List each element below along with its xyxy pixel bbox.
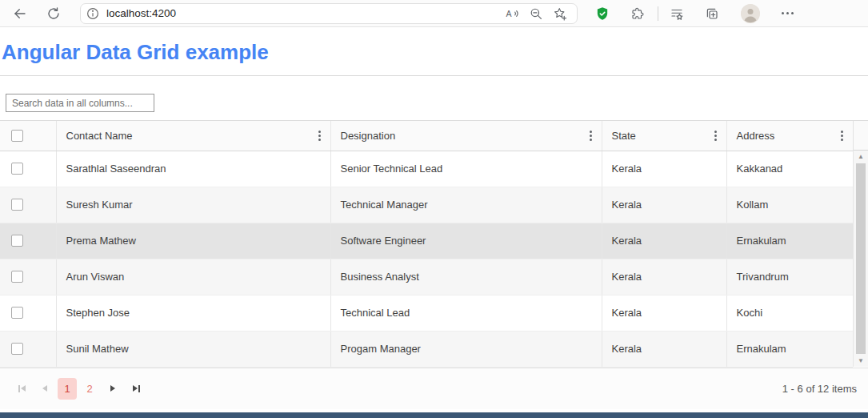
favorites-hub-button[interactable]: [665, 2, 689, 25]
select-all-checkbox[interactable]: [11, 130, 23, 142]
profile-button[interactable]: [738, 2, 762, 25]
refresh-icon: [46, 6, 61, 21]
cell-contact-name: Sarathlal Saseendran: [56, 151, 330, 187]
column-label: Address: [737, 130, 775, 142]
vertical-scrollbar[interactable]: ▲ ▼: [853, 151, 868, 367]
title-divider: [0, 75, 868, 76]
more-menu-icon: [782, 12, 794, 14]
profile-avatar: [741, 4, 760, 23]
zoom-out-icon: [529, 6, 543, 21]
settings-more-button[interactable]: [775, 2, 799, 25]
cell-state: Kerala: [602, 151, 726, 187]
pager-page-1[interactable]: 1: [58, 378, 77, 400]
column-header-contact-name[interactable]: Contact Name: [56, 121, 330, 151]
column-label: State: [612, 130, 636, 142]
cell-contact-name: Stephen Jose: [56, 295, 330, 331]
cell-address: Ernakulam: [726, 223, 853, 259]
cell-state: Kerala: [602, 331, 726, 367]
favorites-hub-icon: [670, 6, 684, 21]
read-aloud-button[interactable]: A: [500, 2, 524, 25]
column-header-address[interactable]: Address: [726, 121, 853, 151]
column-menu-contact-name-icon[interactable]: [315, 127, 324, 144]
pager-page-2[interactable]: 2: [80, 378, 99, 400]
shield-extension-icon: [595, 6, 610, 21]
column-menu-designation-icon[interactable]: [586, 127, 595, 144]
column-header-state[interactable]: State: [602, 121, 726, 151]
extensions-button[interactable]: [626, 2, 650, 25]
cell-contact-name: Prema Mathew: [56, 223, 330, 259]
pager-prev-button[interactable]: [34, 378, 55, 399]
table-row[interactable]: Suresh Kumar Technical Manager Kerala Ko…: [0, 187, 853, 223]
row-select-cell: [0, 295, 56, 331]
header-row: Contact Name Designation State Address: [0, 121, 853, 151]
cell-address: Ernakulam: [726, 331, 853, 367]
address-url[interactable]: localhost:4200: [106, 7, 500, 19]
scroll-up-icon[interactable]: ▲: [854, 151, 868, 163]
column-label: Designation: [341, 130, 396, 142]
cell-address: Kakkanad: [726, 151, 853, 187]
column-menu-address-icon[interactable]: [838, 127, 846, 144]
page-title: Angular Data Grid example: [2, 40, 868, 65]
table-row[interactable]: Arun Viswan Business Analyst Kerala Triv…: [0, 259, 853, 295]
zoom-out-button[interactable]: [524, 2, 548, 25]
grid-body: Sarathlal Saseendran Senior Technical Le…: [0, 151, 853, 367]
row-select-cell: [0, 151, 56, 187]
table-row[interactable]: Sunil Mathew Progam Manager Kerala Ernak…: [0, 331, 853, 367]
collections-icon: [705, 6, 719, 21]
scrollbar-header-corner: [853, 121, 868, 151]
site-info-icon[interactable]: [86, 6, 100, 21]
page-content: Angular Data Grid example Contact Name D: [0, 40, 868, 418]
svg-text:A: A: [506, 8, 512, 18]
collections-button[interactable]: [700, 2, 724, 25]
table-row[interactable]: Stephen Jose Technical Lead Kerala Kochi: [0, 295, 853, 331]
add-favorite-button[interactable]: [548, 2, 572, 25]
table-row[interactable]: Prema Mathew Software Engineer Kerala Er…: [0, 223, 853, 259]
pager-pages: 12: [58, 378, 102, 400]
pager-first-button[interactable]: [11, 378, 32, 399]
row-checkbox[interactable]: [11, 199, 23, 211]
cell-state: Kerala: [602, 223, 726, 259]
pager-info: 1 - 6 of 12 items: [782, 383, 857, 395]
browser-toolbar: localhost:4200 A: [0, 0, 868, 27]
row-checkbox[interactable]: [11, 235, 23, 247]
cell-designation: Senior Technical Lead: [330, 151, 602, 187]
search-input[interactable]: [6, 94, 154, 112]
refresh-button[interactable]: [42, 2, 66, 25]
column-header-designation[interactable]: Designation: [330, 121, 602, 151]
cell-designation: Business Analyst: [330, 259, 602, 295]
shield-extension-button[interactable]: [590, 2, 614, 25]
cell-contact-name: Sunil Mathew: [56, 331, 330, 367]
row-select-cell: [0, 331, 56, 367]
read-aloud-icon: A: [505, 6, 519, 21]
column-label: Contact Name: [66, 130, 133, 142]
scrollbar-thumb[interactable]: [856, 163, 866, 354]
row-checkbox[interactable]: [11, 343, 23, 355]
taskbar-edge: [0, 412, 868, 418]
cell-contact-name: Arun Viswan: [56, 259, 330, 295]
scroll-down-icon[interactable]: ▼: [854, 355, 868, 367]
row-select-cell: [0, 223, 56, 259]
back-button[interactable]: [8, 2, 32, 25]
cell-state: Kerala: [602, 187, 726, 223]
address-bar[interactable]: localhost:4200 A: [80, 3, 578, 24]
column-menu-state-icon[interactable]: [711, 127, 720, 144]
row-select-cell: [0, 187, 56, 223]
extensions-puzzle-icon: [630, 6, 645, 21]
select-all-cell: [0, 121, 56, 151]
table-row[interactable]: Sarathlal Saseendran Senior Technical Le…: [0, 151, 853, 187]
cell-designation: Technical Manager: [330, 187, 602, 223]
row-select-cell: [0, 259, 56, 295]
cell-designation: Technical Lead: [330, 295, 602, 331]
data-grid: Contact Name Designation State Address: [0, 120, 868, 368]
row-checkbox[interactable]: [11, 163, 23, 175]
row-checkbox[interactable]: [11, 307, 23, 319]
back-icon: [13, 6, 27, 21]
row-checkbox[interactable]: [11, 271, 23, 283]
pager-next-button[interactable]: [102, 378, 123, 399]
pager-last-button[interactable]: [126, 378, 146, 399]
cell-state: Kerala: [602, 295, 726, 331]
toolbar-separator: [658, 6, 658, 21]
cell-designation: Software Engineer: [330, 223, 602, 259]
grid-pager: 12 1 - 6 of 12 items: [0, 368, 868, 409]
cell-contact-name: Suresh Kumar: [56, 187, 330, 223]
